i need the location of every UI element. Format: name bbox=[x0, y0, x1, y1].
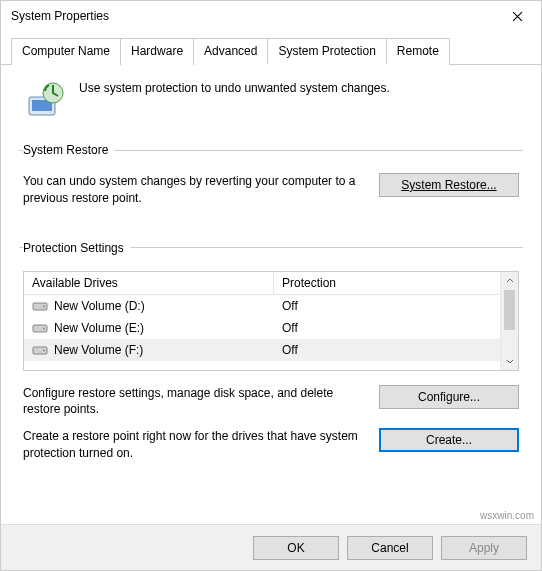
col-protection[interactable]: Protection bbox=[274, 272, 500, 294]
col-available-drives[interactable]: Available Drives bbox=[24, 272, 274, 294]
protection-settings-legend: Protection Settings bbox=[23, 241, 130, 255]
drive-protection: Off bbox=[274, 321, 500, 335]
drive-row[interactable]: New Volume (D:) Off bbox=[24, 295, 500, 317]
drives-header: Available Drives Protection bbox=[24, 272, 500, 295]
svg-point-6 bbox=[43, 327, 45, 329]
system-restore-button[interactable]: System Restore... bbox=[379, 173, 519, 197]
close-icon bbox=[512, 11, 523, 22]
system-properties-window: System Properties Computer Name Hardware… bbox=[0, 0, 542, 571]
svg-point-4 bbox=[43, 305, 45, 307]
tab-hardware[interactable]: Hardware bbox=[120, 38, 194, 65]
drive-name: New Volume (E:) bbox=[54, 321, 144, 335]
drive-row[interactable]: New Volume (F:) Off bbox=[24, 339, 500, 361]
tab-bar: Computer Name Hardware Advanced System P… bbox=[1, 31, 541, 65]
scroll-up-button[interactable] bbox=[501, 272, 518, 290]
drives-scrollbar[interactable] bbox=[500, 272, 518, 370]
drive-icon bbox=[32, 300, 48, 312]
drive-name: New Volume (D:) bbox=[54, 299, 145, 313]
tab-computer-name[interactable]: Computer Name bbox=[11, 38, 121, 65]
drive-row[interactable]: New Volume (E:) Off bbox=[24, 317, 500, 339]
chevron-down-icon bbox=[506, 357, 514, 365]
chevron-up-icon bbox=[506, 277, 514, 285]
cancel-button[interactable]: Cancel bbox=[347, 536, 433, 560]
svg-point-8 bbox=[43, 349, 45, 351]
system-restore-legend: System Restore bbox=[23, 143, 114, 157]
drive-icon bbox=[32, 344, 48, 356]
drive-icon bbox=[32, 322, 48, 334]
dialog-button-bar: OK Cancel Apply bbox=[1, 524, 541, 570]
drive-protection: Off bbox=[274, 343, 500, 357]
close-button[interactable] bbox=[497, 2, 537, 30]
tab-content: Use system protection to undo unwanted s… bbox=[1, 65, 541, 524]
window-title: System Properties bbox=[11, 9, 497, 23]
configure-desc: Configure restore settings, manage disk … bbox=[23, 385, 363, 419]
system-protection-icon bbox=[25, 79, 65, 119]
protection-settings-group: Protection Settings Available Drives Pro… bbox=[19, 241, 523, 476]
ok-button[interactable]: OK bbox=[253, 536, 339, 560]
tab-system-protection[interactable]: System Protection bbox=[267, 38, 386, 65]
configure-button[interactable]: Configure... bbox=[379, 385, 519, 409]
drive-protection: Off bbox=[274, 299, 500, 313]
scroll-thumb[interactable] bbox=[504, 290, 515, 330]
create-desc: Create a restore point right now for the… bbox=[23, 428, 363, 462]
system-restore-group: System Restore You can undo system chang… bbox=[19, 143, 523, 221]
apply-button[interactable]: Apply bbox=[441, 536, 527, 560]
scroll-down-button[interactable] bbox=[501, 352, 518, 370]
create-button[interactable]: Create... bbox=[379, 428, 519, 452]
system-restore-desc: You can undo system changes by reverting… bbox=[23, 173, 363, 207]
intro-text: Use system protection to undo unwanted s… bbox=[79, 79, 390, 95]
intro-row: Use system protection to undo unwanted s… bbox=[19, 79, 523, 119]
watermark: wsxwin.com bbox=[480, 510, 534, 521]
titlebar: System Properties bbox=[1, 1, 541, 31]
tab-advanced[interactable]: Advanced bbox=[193, 38, 268, 65]
tab-remote[interactable]: Remote bbox=[386, 38, 450, 65]
drives-table: Available Drives Protection New Volume (… bbox=[23, 271, 519, 371]
drive-name: New Volume (F:) bbox=[54, 343, 143, 357]
